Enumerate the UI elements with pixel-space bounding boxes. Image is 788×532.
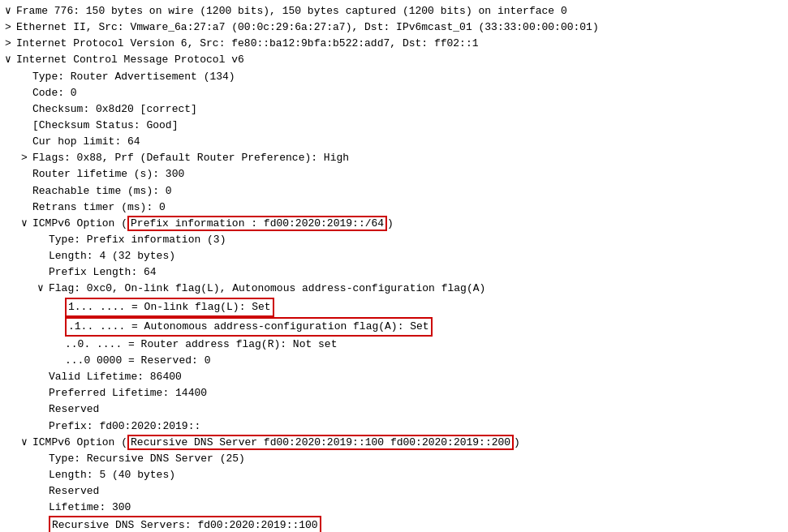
line-text-cur_hop: Cur hop limit: 64 [32, 134, 782, 150]
tree-line-router_lifetime[interactable]: Router lifetime (s): 300 [5, 166, 783, 182]
line-text-ethernet: Ethernet II, Src: Vmware_6a:27:a7 (00:0c… [16, 19, 782, 36]
tree-line-flag_autonomous[interactable]: .1.. .... = Autonomous address-configura… [5, 317, 783, 337]
line-text-flag_router: ..0. .... = Router address flag(R): Not … [65, 337, 782, 353]
tree-line-checksum[interactable]: Checksum: 0x8d20 [correct] [5, 101, 783, 118]
line-text-valid_lifetime: Valid Lifetime: 86400 [49, 369, 782, 385]
line-text-router_lifetime: Router lifetime (s): 300 [32, 166, 782, 182]
tree-line-prefix_val[interactable]: Prefix: fd00:2020:2019:: [5, 418, 783, 435]
line-text-dns_server1: Recursive DNS Servers: fd00:2020:2019::1… [49, 516, 782, 532]
line-text-type: Type: Router Advertisement (134) [32, 69, 782, 85]
tree-line-dns_lifetime[interactable]: Lifetime: 300 [5, 500, 783, 516]
expander-icon[interactable]: > [5, 19, 16, 36]
tree-line-dns_server1[interactable]: Recursive DNS Servers: fd00:2020:2019::1… [5, 516, 783, 532]
tree-line-ethernet[interactable]: >Ethernet II, Src: Vmware_6a:27:a7 (00:0… [5, 19, 783, 36]
line-text-prefix_val: Prefix: fd00:2020:2019:: [49, 418, 782, 435]
line-text-reserved2: Reserved [49, 401, 782, 418]
line-text-ipv6: Internet Protocol Version 6, Src: fe80::… [16, 36, 782, 52]
expander-icon[interactable]: ∨ [37, 281, 49, 297]
tree-line-prefix_length[interactable]: Prefix Length: 64 [5, 264, 783, 281]
line-text-prefix_length_bytes: Length: 4 (32 bytes) [49, 248, 782, 264]
line-text-frame: Frame 776: 150 bytes on wire (1200 bits)… [16, 3, 782, 19]
line-text-checksum_status: [Checksum Status: Good] [32, 118, 782, 134]
tree-line-dns_reserved[interactable]: Reserved [5, 483, 783, 500]
tree-line-frame[interactable]: ∨Frame 776: 150 bytes on wire (1200 bits… [5, 3, 783, 19]
expander-icon[interactable]: ∨ [21, 216, 32, 232]
tree-line-flag_reserved[interactable]: ...0 0000 = Reserved: 0 [5, 353, 783, 369]
line-text-reachable_time: Reachable time (ms): 0 [32, 183, 782, 200]
expander-icon[interactable]: ∨ [21, 435, 32, 451]
tree-line-code[interactable]: Code: 0 [5, 85, 783, 101]
tree-line-dns_length[interactable]: Length: 5 (40 bytes) [5, 467, 783, 483]
line-text-dns_length: Length: 5 (40 bytes) [49, 467, 782, 483]
tree-line-reserved2[interactable]: Reserved [5, 401, 783, 418]
line-text-prefix_type: Type: Prefix information (3) [49, 232, 782, 248]
line-text-flag_onlink: 1... .... = On-link flag(L): Set [65, 298, 782, 317]
tree-line-icmpv6_opt_prefix[interactable]: ∨ICMPv6 Option (Prefix information : fd0… [5, 216, 783, 232]
inline-highlight: Prefix information : fd00:2020:2019::/64 [127, 216, 387, 231]
tree-line-icmpv6[interactable]: ∨Internet Control Message Protocol v6 [5, 52, 783, 68]
line-text-dns_type: Type: Recursive DNS Server (25) [49, 451, 782, 467]
line-text-icmpv6_opt_prefix: ICMPv6 Option (Prefix information : fd00… [32, 216, 782, 232]
expander-icon[interactable]: ∨ [5, 3, 16, 19]
tree-line-ipv6[interactable]: >Internet Protocol Version 6, Src: fe80:… [5, 36, 783, 52]
tree-line-icmpv6_opt_dns[interactable]: ∨ICMPv6 Option (Recursive DNS Server fd0… [5, 435, 783, 451]
highlighted-text: Recursive DNS Servers: fd00:2020:2019::1… [49, 516, 321, 532]
line-text-prefix_length: Prefix Length: 64 [49, 264, 782, 281]
tree-line-dns_type[interactable]: Type: Recursive DNS Server (25) [5, 451, 783, 467]
highlighted-text: 1... .... = On-link flag(L): Set [65, 298, 274, 317]
tree-line-retrans_timer[interactable]: Retrans timer (ms): 0 [5, 200, 783, 216]
tree-line-type[interactable]: Type: Router Advertisement (134) [5, 69, 783, 85]
line-text-icmpv6: Internet Control Message Protocol v6 [16, 52, 782, 68]
line-text-flag_reserved: ...0 0000 = Reserved: 0 [65, 353, 782, 369]
line-text-code: Code: 0 [32, 85, 782, 101]
line-text-preferred_lifetime: Preferred Lifetime: 14400 [49, 385, 782, 401]
tree-line-flag_line[interactable]: ∨Flag: 0xc0, On-link flag(L), Autonomous… [5, 281, 783, 297]
line-text-icmpv6_opt_dns: ICMPv6 Option (Recursive DNS Server fd00… [32, 435, 782, 451]
expander-icon[interactable]: > [21, 150, 32, 166]
expander-icon[interactable]: > [5, 36, 16, 52]
line-text-flag_autonomous: .1.. .... = Autonomous address-configura… [65, 317, 782, 337]
tree-line-reachable_time[interactable]: Reachable time (ms): 0 [5, 183, 783, 200]
tree-line-prefix_length_bytes[interactable]: Length: 4 (32 bytes) [5, 248, 783, 264]
line-text-retrans_timer: Retrans timer (ms): 0 [32, 200, 782, 216]
tree-line-flags[interactable]: >Flags: 0x88, Prf (Default Router Prefer… [5, 150, 783, 166]
tree-line-preferred_lifetime[interactable]: Preferred Lifetime: 14400 [5, 385, 783, 401]
tree-line-checksum_status[interactable]: [Checksum Status: Good] [5, 118, 783, 134]
inline-highlight: Recursive DNS Server fd00:2020:2019::100… [127, 435, 514, 450]
line-text-flags: Flags: 0x88, Prf (Default Router Prefere… [32, 150, 782, 166]
line-text-flag_line: Flag: 0xc0, On-link flag(L), Autonomous … [49, 281, 782, 297]
tree-line-flag_router[interactable]: ..0. .... = Router address flag(R): Not … [5, 337, 783, 353]
expander-icon[interactable]: ∨ [5, 52, 16, 68]
line-text-checksum: Checksum: 0x8d20 [correct] [32, 101, 782, 118]
tree-line-valid_lifetime[interactable]: Valid Lifetime: 86400 [5, 369, 783, 385]
line-text-dns_lifetime: Lifetime: 300 [49, 500, 782, 516]
highlighted-text: .1.. .... = Autonomous address-configura… [65, 317, 433, 337]
tree-line-prefix_type[interactable]: Type: Prefix information (3) [5, 232, 783, 248]
tree-line-flag_onlink[interactable]: 1... .... = On-link flag(L): Set [5, 298, 783, 317]
line-text-dns_reserved: Reserved [49, 483, 782, 500]
tree-line-cur_hop[interactable]: Cur hop limit: 64 [5, 134, 783, 150]
packet-tree: ∨Frame 776: 150 bytes on wire (1200 bits… [0, 0, 788, 532]
